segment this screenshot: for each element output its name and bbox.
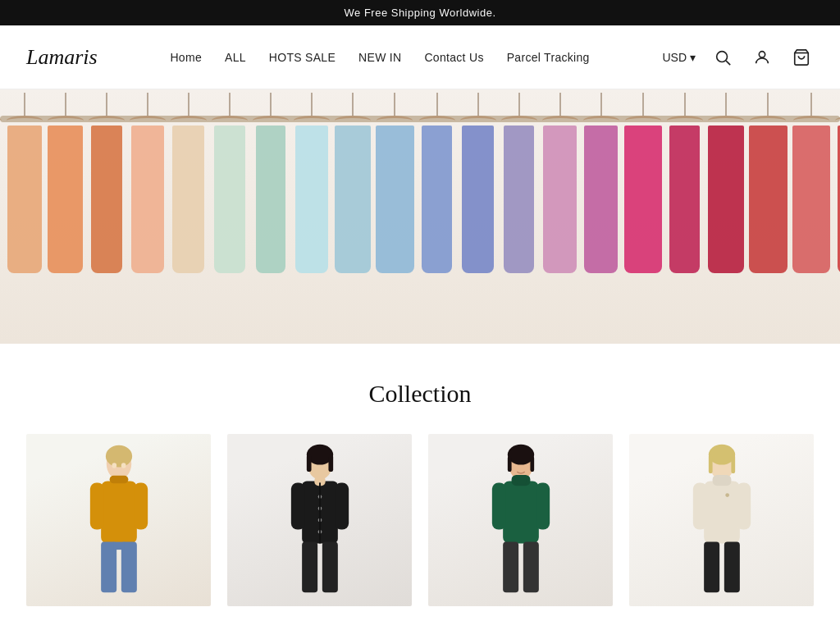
hanger-shoulder	[377, 116, 413, 126]
svg-rect-19	[328, 454, 333, 472]
hanger-item	[460, 89, 496, 273]
hanger-shoulder	[335, 116, 371, 126]
svg-rect-50	[737, 482, 751, 529]
hanger-item	[48, 89, 84, 273]
product-visual-yellow	[26, 434, 211, 606]
cart-button[interactable]	[789, 45, 814, 70]
svg-rect-6	[101, 482, 137, 544]
hanger-item	[171, 89, 207, 273]
nav-contact-us[interactable]: Contact Us	[424, 51, 483, 64]
header: Lamaris Home ALL HOTS SALE NEW IN Contac…	[0, 25, 840, 89]
hanger-shoulder	[501, 116, 537, 126]
svg-rect-26	[319, 482, 321, 543]
hanger-shoulder	[625, 116, 661, 126]
hanger-hook	[767, 93, 769, 116]
hanger-item	[835, 89, 840, 273]
svg-rect-37	[515, 477, 526, 485]
currency-chevron-icon: ▾	[690, 51, 696, 64]
hanger-hook	[65, 93, 66, 116]
hanger-hook	[642, 93, 644, 116]
svg-rect-28	[335, 482, 349, 529]
product-card-4[interactable]	[629, 434, 814, 606]
hanger-garment	[335, 126, 371, 273]
svg-point-43	[708, 445, 734, 465]
hanger-garment	[462, 126, 494, 273]
person-figure-black	[283, 442, 357, 598]
svg-rect-18	[306, 454, 311, 472]
currency-selector[interactable]: USD ▾	[662, 51, 696, 64]
svg-point-0	[717, 51, 728, 62]
product-card-1[interactable]	[26, 434, 211, 606]
person-figure-cream	[685, 442, 759, 598]
svg-rect-34	[530, 456, 534, 472]
svg-point-32	[507, 445, 533, 465]
hanger-hook	[810, 93, 812, 116]
hero-section	[0, 89, 840, 344]
hanger-item	[294, 89, 330, 273]
hanger-item	[792, 89, 830, 273]
hanger-garment	[295, 126, 328, 273]
nav-hots-sale[interactable]: HOTS SALE	[269, 51, 336, 64]
hanger-item	[89, 89, 125, 273]
hanger-item	[624, 89, 662, 273]
hanger-shoulder	[294, 116, 330, 126]
hanger-item	[335, 89, 371, 273]
hangers-container	[0, 89, 840, 344]
svg-point-5	[105, 445, 131, 468]
collection-section: Collection	[0, 344, 840, 630]
currency-label: USD	[662, 51, 687, 64]
announcement-bar: We Free Shipping Worldwide.	[0, 0, 840, 25]
hanger-garment	[584, 126, 617, 273]
product-image-3	[428, 434, 613, 606]
announcement-text: We Free Shipping Worldwide.	[345, 7, 496, 19]
svg-point-2	[759, 51, 765, 57]
hanger-hook	[229, 93, 231, 116]
nav-all[interactable]: ALL	[225, 51, 246, 64]
svg-rect-46	[704, 482, 740, 544]
hanger-shoulder	[793, 116, 829, 126]
rack-background	[0, 89, 840, 344]
hanger-garment	[172, 126, 204, 273]
hanger-shoulder	[419, 116, 455, 126]
hanger-hook	[684, 93, 686, 116]
hanger-item	[419, 89, 455, 273]
hanger-item	[583, 89, 619, 273]
nav-parcel-tracking[interactable]: Parcel Tracking	[507, 51, 590, 64]
svg-rect-30	[322, 542, 337, 593]
svg-rect-38	[491, 482, 505, 529]
hanger-shoulder	[542, 116, 578, 126]
hanger-garment	[543, 126, 578, 273]
hanger-shoulder	[89, 116, 125, 126]
product-image-4	[629, 434, 814, 606]
hanger-item	[253, 89, 289, 273]
hanger-shoulder	[48, 116, 84, 126]
nav-new-in[interactable]: NEW IN	[358, 51, 401, 64]
header-icons: USD ▾	[662, 45, 814, 70]
logo[interactable]: Lamaris	[26, 45, 98, 70]
search-button[interactable]	[710, 45, 735, 70]
hanger-hook	[352, 93, 354, 116]
hanger-shoulder	[253, 116, 289, 126]
hanger-garment	[91, 126, 122, 273]
svg-rect-13	[113, 542, 124, 550]
hanger-item	[212, 89, 248, 273]
hanger-garment	[256, 126, 285, 273]
hanger-item	[0, 89, 2, 273]
product-card-3[interactable]	[428, 434, 613, 606]
svg-rect-39	[536, 482, 550, 529]
nav-home[interactable]: Home	[170, 51, 202, 64]
account-button[interactable]	[750, 45, 774, 70]
hanger-item	[708, 89, 744, 273]
hanger-item	[376, 89, 414, 273]
product-card-2[interactable]	[227, 434, 412, 606]
product-visual-black	[227, 434, 412, 606]
hanger-shoulder	[667, 116, 703, 126]
hanger-hook	[600, 93, 602, 116]
hanger-hook	[147, 93, 148, 116]
user-icon	[753, 48, 771, 66]
hanger-shoulder	[212, 116, 248, 126]
svg-line-1	[726, 61, 730, 65]
hanger-garment	[48, 126, 83, 273]
collection-grid	[26, 434, 814, 606]
hanger-garment	[708, 126, 744, 273]
